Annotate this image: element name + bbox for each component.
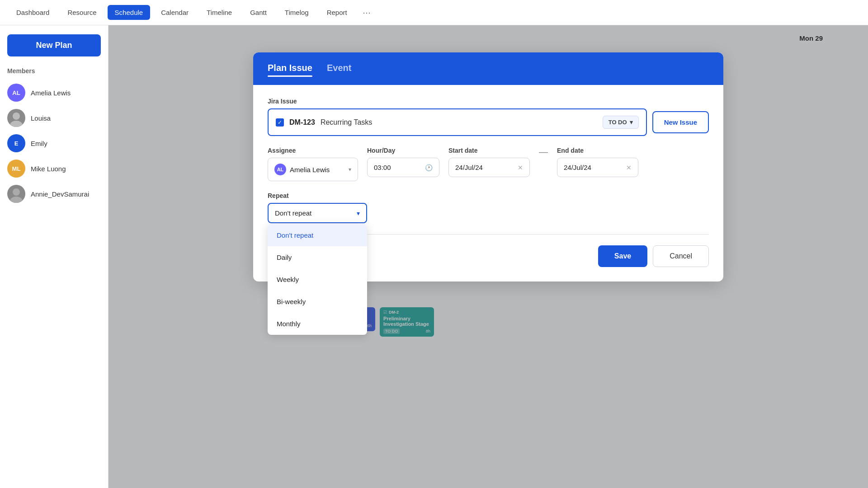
startdate-group: Start date 24/Jul/24 ✕ bbox=[448, 147, 530, 177]
avatar-mike: ML bbox=[7, 160, 25, 178]
enddate-input[interactable]: 24/Jul/24 ✕ bbox=[557, 158, 638, 177]
assignee-group: Assignee AL Amelia Lewis ▾ bbox=[268, 147, 358, 181]
assignee-avatar: AL bbox=[274, 164, 286, 175]
new-plan-button[interactable]: New Plan bbox=[7, 34, 101, 56]
jira-issue-row: ✓ DM-123 Recurring Tasks TO DO ▾ New Iss… bbox=[268, 108, 709, 136]
jira-issue-input[interactable]: ✓ DM-123 Recurring Tasks TO DO ▾ bbox=[268, 108, 647, 136]
member-item-mike[interactable]: ML Mike Luong bbox=[7, 156, 101, 181]
jira-checkbox[interactable]: ✓ bbox=[276, 118, 284, 127]
jira-issue-status[interactable]: TO DO ▾ bbox=[603, 116, 639, 129]
avatar-amelia: AL bbox=[7, 84, 25, 102]
member-item-louisa[interactable]: Louisa bbox=[7, 105, 101, 131]
svg-point-0 bbox=[13, 113, 20, 120]
nav-item-timeline[interactable]: Timeline bbox=[199, 5, 239, 20]
assignee-value: Amelia Lewis bbox=[290, 166, 345, 174]
content-area: Mon 29 ↻ ⤢ ⇌ ☑ DM-75 Evaluate TO DO 6h ☑… bbox=[108, 25, 868, 488]
nav-item-schedule[interactable]: Schedule bbox=[108, 5, 151, 20]
clock-icon: 🕐 bbox=[425, 164, 433, 171]
svg-point-2 bbox=[13, 188, 20, 196]
startdate-input[interactable]: 24/Jul/24 ✕ bbox=[448, 158, 530, 177]
hourday-group: Hour/Day 03:00 🕐 bbox=[367, 147, 439, 177]
enddate-value: 24/Jul/24 bbox=[564, 164, 623, 171]
member-name-mike: Mike Luong bbox=[31, 165, 66, 173]
assignee-input[interactable]: AL Amelia Lewis ▾ bbox=[268, 158, 358, 181]
nav-item-dashboard[interactable]: Dashboard bbox=[9, 5, 57, 20]
enddate-label: End date bbox=[557, 147, 638, 154]
member-name-louisa: Louisa bbox=[31, 114, 51, 122]
assignee-chevron-icon: ▾ bbox=[349, 166, 351, 173]
enddate-group: End date 24/Jul/24 ✕ bbox=[557, 147, 638, 177]
repeat-option-monthly[interactable]: Monthly bbox=[268, 313, 367, 335]
avatar-annie bbox=[7, 185, 25, 203]
fields-row: Assignee AL Amelia Lewis ▾ Hour/Day 03:0… bbox=[268, 147, 709, 181]
repeat-option-biweekly[interactable]: Bi-weekly bbox=[268, 291, 367, 313]
hourday-input[interactable]: 03:00 🕐 bbox=[367, 158, 439, 177]
avatar-emily: E bbox=[7, 134, 25, 152]
startdate-label: Start date bbox=[448, 147, 530, 154]
repeat-option-daily[interactable]: Daily bbox=[268, 246, 367, 268]
repeat-section: Repeat Don't repeat ▾ Don't repeat Daily… bbox=[268, 192, 709, 223]
startdate-value: 24/Jul/24 bbox=[455, 164, 514, 171]
svg-point-1 bbox=[10, 121, 23, 127]
nav-item-timelog[interactable]: Timelog bbox=[278, 5, 316, 20]
nav-item-calendar[interactable]: Calendar bbox=[154, 5, 196, 20]
repeat-dropdown: Don't repeat Daily Weekly Bi-weekly Mont… bbox=[268, 224, 367, 335]
tab-event[interactable]: Event bbox=[327, 63, 351, 75]
members-label: Members bbox=[7, 67, 101, 75]
cancel-button[interactable]: Cancel bbox=[653, 245, 709, 267]
avatar-louisa bbox=[7, 109, 25, 127]
date-separator: — bbox=[539, 147, 548, 164]
member-name-emily: Emily bbox=[31, 140, 47, 147]
sidebar: New Plan Members AL Amelia Lewis Louisa … bbox=[0, 25, 108, 488]
hourday-value: 03:00 bbox=[374, 164, 421, 171]
repeat-value: Don't repeat bbox=[275, 209, 311, 217]
enddate-clear-icon[interactable]: ✕ bbox=[626, 164, 632, 171]
nav-item-report[interactable]: Report bbox=[320, 5, 354, 20]
repeat-select[interactable]: Don't repeat ▾ bbox=[268, 203, 367, 223]
repeat-option-weekly[interactable]: Weekly bbox=[268, 268, 367, 291]
member-item-emily[interactable]: E Emily bbox=[7, 131, 101, 156]
repeat-chevron-icon: ▾ bbox=[357, 210, 360, 217]
member-item-annie[interactable]: Annie_DevSamurai bbox=[7, 181, 101, 206]
jira-issue-label: Jira Issue bbox=[268, 98, 709, 105]
new-issue-button[interactable]: New Issue bbox=[652, 111, 709, 133]
modal-body: Jira Issue ✓ DM-123 Recurring Tasks TO D… bbox=[253, 85, 723, 282]
member-item-amelia[interactable]: AL Amelia Lewis bbox=[7, 80, 101, 105]
repeat-wrapper: Don't repeat ▾ Don't repeat Daily Weekly… bbox=[268, 203, 367, 223]
repeat-label: Repeat bbox=[268, 192, 709, 199]
nav-item-resource[interactable]: Resource bbox=[60, 5, 104, 20]
svg-point-3 bbox=[10, 197, 23, 203]
plan-issue-modal: Plan Issue Event Jira Issue ✓ DM-123 Rec… bbox=[253, 52, 723, 282]
modal-header: Plan Issue Event bbox=[253, 52, 723, 85]
jira-issue-id: DM-123 bbox=[289, 118, 315, 127]
nav-item-gantt[interactable]: Gantt bbox=[243, 5, 274, 20]
modal-overlay: Plan Issue Event Jira Issue ✓ DM-123 Rec… bbox=[108, 25, 868, 488]
member-name-annie: Annie_DevSamurai bbox=[31, 190, 89, 198]
jira-issue-name: Recurring Tasks bbox=[321, 118, 597, 127]
startdate-clear-icon[interactable]: ✕ bbox=[518, 164, 523, 171]
save-button[interactable]: Save bbox=[598, 245, 647, 267]
nav-more-icon[interactable]: ⋯ bbox=[358, 4, 375, 21]
main-layout: New Plan Members AL Amelia Lewis Louisa … bbox=[0, 25, 868, 488]
assignee-label: Assignee bbox=[268, 147, 358, 154]
top-nav: Dashboard Resource Schedule Calendar Tim… bbox=[0, 0, 868, 25]
jira-status-text: TO DO bbox=[609, 119, 627, 126]
member-name-amelia: Amelia Lewis bbox=[31, 89, 71, 97]
jira-status-chevron: ▾ bbox=[630, 119, 633, 126]
hourday-label: Hour/Day bbox=[367, 147, 439, 154]
repeat-option-dont-repeat[interactable]: Don't repeat bbox=[268, 224, 367, 246]
tab-plan-issue[interactable]: Plan Issue bbox=[268, 63, 312, 75]
